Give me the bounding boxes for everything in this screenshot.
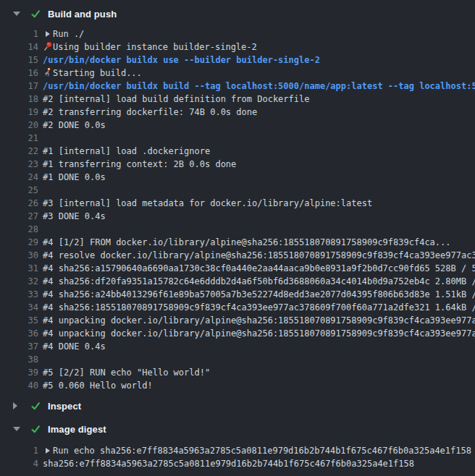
- line-number[interactable]: 34: [0, 301, 38, 314]
- section-header-toggle[interactable]: Build and push: [0, 6, 475, 22]
- line-number[interactable]: 31: [0, 262, 38, 275]
- log-line: 25: [0, 184, 475, 197]
- line-number[interactable]: 32: [0, 275, 38, 288]
- line-number[interactable]: 37: [0, 340, 38, 353]
- line-number[interactable]: 1: [0, 444, 38, 457]
- log-text: #3 [internal] load metadata for docker.i…: [43, 198, 372, 208]
- line-number[interactable]: 17: [0, 80, 38, 93]
- log-line-text: Run echo sha256:e7ff8834a5963a2785c5a081…: [38, 444, 471, 457]
- log-text: #1 transferring context: 2B 0.0s done: [43, 159, 236, 169]
- log-text: #2 DONE 0.0s: [43, 120, 106, 130]
- line-number[interactable]: 22: [0, 145, 38, 158]
- log-line: 4sha256:e7ff8834a5963a2785c5a0811e979d16…: [0, 457, 475, 470]
- log-line-text: Using builder instance builder-single-2: [38, 41, 257, 54]
- expand-run-icon[interactable]: [43, 27, 53, 41]
- section-header-toggle[interactable]: Image digest: [0, 421, 475, 437]
- section-title: Inspect: [48, 401, 81, 412]
- caret-down-icon: [13, 12, 30, 16]
- log-line: 39#5 [2/2] RUN echo "Hello world!": [0, 366, 475, 379]
- log-line-text: Starting build...: [38, 67, 142, 80]
- log-line: 18#2 [internal] load build definition fr…: [0, 93, 475, 106]
- expand-run-icon[interactable]: [43, 444, 53, 457]
- line-number[interactable]: 29: [0, 236, 38, 249]
- log-line-text: sha256:e7ff8834a5963a2785c5a0811e979d16b…: [38, 457, 414, 470]
- log-line: 28: [0, 223, 475, 236]
- log-line-text: #5 0.060 Hello world!: [38, 379, 153, 392]
- section-title: Build and push: [48, 9, 117, 20]
- log-text: Using builder instance builder-single-2: [53, 42, 257, 52]
- section-header-toggle[interactable]: Inspect: [0, 398, 475, 414]
- line-number[interactable]: 26: [0, 197, 38, 210]
- log-line: 23#1 transferring context: 2B 0.0s done: [0, 158, 475, 171]
- log-text: #5 [2/2] RUN echo "Hello world!": [43, 367, 210, 378]
- log-line: 1Run ./: [0, 27, 475, 41]
- workflow-log-viewer: Build and push1Run ./14Using builder ins…: [0, 0, 475, 470]
- check-icon: [30, 9, 48, 19]
- command-line-text: /usr/bin/docker buildx build --tag local…: [38, 80, 475, 93]
- line-number[interactable]: 35: [0, 314, 38, 327]
- log-text: #1 DONE 0.0s: [43, 172, 106, 182]
- log-line-text: #4 [1/2] FROM docker.io/library/alpine@s…: [38, 236, 451, 249]
- log-line: 17/usr/bin/docker buildx build --tag loc…: [0, 80, 475, 93]
- line-number[interactable]: 40: [0, 379, 38, 392]
- line-number[interactable]: 1: [0, 27, 38, 41]
- log-line-text: #1 transferring context: 2B 0.0s done: [38, 158, 236, 171]
- log-line-text: #4 unpacking docker.io/library/alpine@sh…: [38, 314, 475, 327]
- log-text: #4 DONE 0.4s: [43, 341, 106, 352]
- log-line-text: [38, 132, 43, 145]
- log-line: 33#4 sha256:a24bb4013296f61e89ba57005a7b…: [0, 288, 475, 301]
- line-number[interactable]: 14: [0, 41, 38, 54]
- line-number[interactable]: 28: [0, 223, 38, 236]
- log-section-image-digest: Image digest1Run echo sha256:e7ff8834a59…: [0, 421, 475, 470]
- check-icon: [30, 424, 48, 434]
- log-text: #3 DONE 0.4s: [43, 211, 106, 221]
- caret-down-icon: [13, 427, 30, 431]
- line-number[interactable]: 38: [0, 353, 38, 366]
- log-text: Starting build...: [53, 68, 142, 78]
- log-line: 30#4 resolve docker.io/library/alpine@sh…: [0, 249, 475, 262]
- log-line: 35#4 unpacking docker.io/library/alpine@…: [0, 314, 475, 327]
- line-number[interactable]: 25: [0, 184, 38, 197]
- line-number[interactable]: 16: [0, 67, 38, 80]
- log-line-text: #1 DONE 0.0s: [38, 171, 106, 184]
- log-line-text: #2 [internal] load build definition from…: [38, 93, 309, 106]
- log-text: #1 [internal] load .dockerignore: [43, 146, 210, 156]
- log-line: 21: [0, 132, 475, 145]
- line-number[interactable]: 15: [0, 54, 38, 67]
- line-number[interactable]: 20: [0, 119, 38, 132]
- log-text: /usr/bin/docker buildx use --builder bui…: [43, 55, 320, 65]
- log-text: #4 resolve docker.io/library/alpine@sha2…: [43, 250, 475, 260]
- log-line-text: #1 [internal] load .dockerignore: [38, 145, 210, 158]
- log-line: 19#2 transferring dockerfile: 74B 0.0s d…: [0, 106, 475, 119]
- log-section-inspect: Inspect: [0, 398, 475, 414]
- line-number[interactable]: 23: [0, 158, 38, 171]
- log-text: /usr/bin/docker buildx build --tag local…: [43, 81, 475, 91]
- line-number[interactable]: 21: [0, 132, 38, 145]
- caret-right-icon: [13, 402, 30, 409]
- log-line: 22#1 [internal] load .dockerignore: [0, 145, 475, 158]
- line-number[interactable]: 30: [0, 249, 38, 262]
- line-number[interactable]: 27: [0, 210, 38, 223]
- line-number[interactable]: 24: [0, 171, 38, 184]
- log-line-text: #3 DONE 0.4s: [38, 210, 106, 223]
- line-number[interactable]: 19: [0, 106, 38, 119]
- log-line-text: #2 DONE 0.0s: [38, 119, 106, 132]
- log-line: 34#4 sha256:185518070891758909c9f839cf4c…: [0, 301, 475, 314]
- line-number[interactable]: 4: [0, 457, 38, 470]
- log-line: 32#4 sha256:df20fa9351a15782c64e6dddb2d4…: [0, 275, 475, 288]
- line-number[interactable]: 36: [0, 327, 38, 340]
- line-number[interactable]: 39: [0, 366, 38, 379]
- log-line: 20#2 DONE 0.0s: [0, 119, 475, 132]
- log-line: 37#4 DONE 0.4s: [0, 340, 475, 353]
- log-line: 38: [0, 353, 475, 366]
- log-text: #4 unpacking docker.io/library/alpine@sh…: [43, 328, 475, 339]
- log-text: #4 sha256:a15790640a6690aa1730c38cf0a440…: [43, 263, 475, 273]
- log-text: #2 transferring dockerfile: 74B 0.0s don…: [43, 107, 257, 117]
- line-number[interactable]: 18: [0, 93, 38, 106]
- log-line: 15/usr/bin/docker buildx use --builder b…: [0, 54, 475, 67]
- log-line-text: #3 [internal] load metadata for docker.i…: [38, 197, 372, 210]
- line-number[interactable]: 33: [0, 288, 38, 301]
- log-line-text: Run ./: [38, 27, 84, 41]
- log-line-text: #2 transferring dockerfile: 74B 0.0s don…: [38, 106, 257, 119]
- log-line-text: [38, 353, 43, 366]
